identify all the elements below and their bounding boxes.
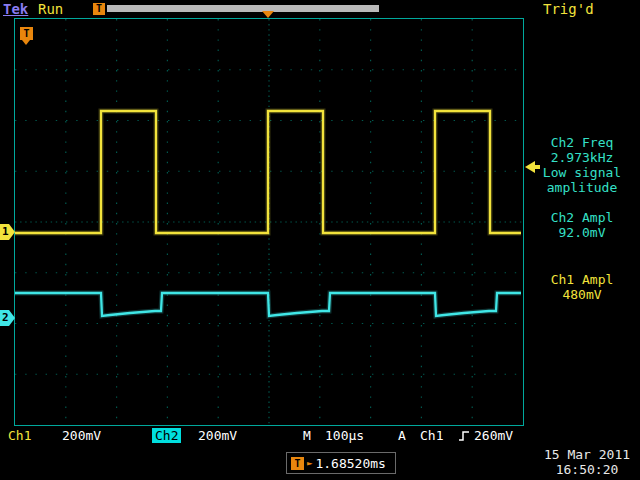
record-view-bar — [107, 5, 379, 12]
ch1-ground-marker: 1 — [0, 224, 15, 240]
rising-edge-icon — [458, 429, 471, 446]
measurement-note: Low signal — [526, 165, 638, 180]
measurement-ch2-ampl: Ch2 Ampl 92.0mV — [526, 210, 638, 240]
tek-logo: Tek — [3, 1, 28, 17]
trigger-menu-label: A — [398, 428, 406, 443]
trigger-marker-icon: T — [291, 457, 304, 470]
status-bar: Ch1 200mV Ch2 200mV M 100µs A Ch1 260mV — [0, 428, 640, 446]
ch1-volts-per-div: 200mV — [62, 428, 101, 443]
measurement-value: 92.0mV — [526, 225, 638, 240]
waveform-plot — [15, 19, 523, 425]
measurement-value: 2.973kHz — [526, 150, 638, 165]
ch2-scale-label: Ch2 — [152, 428, 181, 443]
measurement-note: amplitude — [526, 180, 638, 195]
acquisition-status: Run — [38, 1, 63, 17]
ch1-scale-label: Ch1 — [8, 428, 31, 443]
time: 16:50:20 — [534, 462, 640, 477]
measurement-ch2-freq: Ch2 Freq 2.973kHz Low signal amplitude — [526, 135, 638, 195]
ch2-ground-marker: 2 — [0, 310, 15, 326]
trigger-status: Trig'd — [543, 1, 594, 17]
trigger-position-readout: T ► 1.68520ms — [286, 452, 396, 474]
trigger-source: Ch1 — [420, 428, 443, 443]
date: 15 Mar 2011 — [534, 447, 640, 462]
right-arrow-icon: ► — [307, 457, 312, 470]
trigger-position-arrow-icon — [262, 11, 274, 18]
date-time: 15 Mar 2011 16:50:20 — [534, 447, 640, 477]
oscilloscope-screen: Tek Run T Trig'd T 1 2 Ch2 Freq 2.973kHz… — [0, 0, 640, 480]
trigger-level-value: 260mV — [474, 428, 513, 443]
measurement-label: Ch2 Freq — [526, 135, 638, 150]
waveform-display: T — [14, 18, 524, 426]
main-timebase-label: M — [303, 428, 311, 443]
measurement-label: Ch2 Ampl — [526, 210, 638, 225]
ch2-volts-per-div: 200mV — [198, 428, 237, 443]
time-per-div: 100µs — [325, 428, 364, 443]
measurement-label: Ch1 Ampl — [526, 272, 638, 287]
trigger-time-marker: T — [20, 27, 33, 40]
measurement-value: 480mV — [526, 287, 638, 302]
trigger-position-value: 1.68520ms — [315, 456, 385, 471]
measurement-ch1-ampl: Ch1 Ampl 480mV — [526, 272, 638, 302]
trigger-marker-icon: T — [93, 3, 105, 15]
